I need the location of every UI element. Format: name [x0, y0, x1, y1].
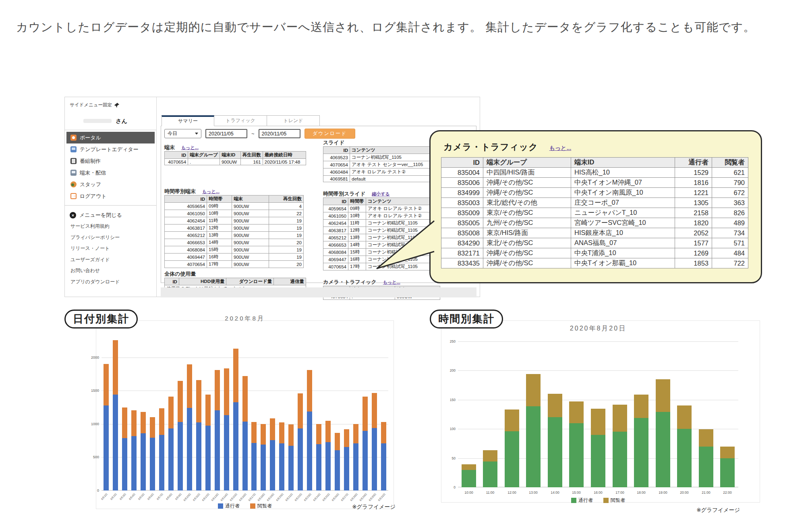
hourly-devices-table: ID時間帯端末再生回数405965409時900UW4406105010時900…	[164, 195, 306, 268]
table-row: 4070654.900UW1612020/11/05 17:48	[165, 159, 306, 165]
bar-segment	[196, 380, 201, 422]
bar-segment	[131, 410, 137, 436]
y-axis-tick-label: 150	[440, 398, 456, 402]
table-cell: 1269	[675, 248, 712, 258]
bar-segment	[613, 432, 627, 487]
table-cell: 621	[712, 168, 748, 178]
devices-more-link[interactable]: もっと...	[181, 145, 199, 151]
column-header: ID	[441, 158, 483, 168]
bar-segment	[104, 364, 109, 405]
sidebar-item-logout[interactable]: ログアウト	[66, 190, 155, 202]
sidebar-pin-toggle[interactable]: サイドメニュー固定	[70, 102, 152, 108]
table-cell: 10時	[348, 212, 366, 220]
legend-label: 通行者	[578, 497, 593, 504]
table-cell: 4069447	[165, 254, 207, 261]
bar-segment	[168, 397, 174, 428]
tab-trend[interactable]: トレンド	[267, 115, 320, 126]
sidebar-link-contact[interactable]: お問い合わせ	[65, 265, 156, 276]
table-row: 406944716時900UW19	[165, 254, 304, 261]
table-cell: 4069581	[323, 176, 350, 182]
bar-segment	[526, 374, 541, 406]
table-row: 834999沖縄/その他/SC中央Tイオン南風原_101221672	[441, 188, 748, 198]
table-header-row: ID時間帯コンテンツスラ	[323, 198, 443, 205]
table-header-row: ID端末グループ端末ID通行者閲覧者	[441, 158, 748, 168]
date-range-tilde: ~	[251, 131, 255, 137]
bar-segment	[720, 447, 735, 458]
legend-swatch	[603, 498, 609, 503]
column-header: 端末	[232, 195, 269, 203]
sidebar-item-label: 端末・配信	[80, 169, 106, 177]
sidebar: サイドメニュー固定 さん ポータル テンプレートエディター	[65, 97, 157, 297]
sidebar-link-app-download[interactable]: アプリのダウンロード	[65, 276, 156, 288]
x-axis-tick-label: 20:00	[675, 491, 694, 495]
table-cell: 19	[269, 246, 304, 254]
hourly-devices-more-link[interactable]: もっと...	[202, 189, 220, 195]
table-cell: 790	[712, 178, 748, 188]
legend-item: 閲覧者	[603, 497, 625, 504]
sidebar-link-release-notes[interactable]: リリース・ノート	[65, 243, 156, 254]
table-cell: 833435	[441, 258, 483, 268]
table-cell: .	[188, 159, 220, 165]
table-cell: 11時	[348, 220, 366, 227]
sidebar-item-program-production[interactable]: 番組制作	[66, 155, 155, 167]
hourly-slides-shrink-link[interactable]: 縮小する	[372, 191, 390, 197]
column-header: 時間帯	[348, 198, 366, 205]
sidebar-link-users-guide[interactable]: ユーザーズガイド	[65, 254, 156, 266]
callout-more-link[interactable]: もっと...	[549, 145, 572, 152]
bar-segment	[335, 450, 340, 491]
bar-segment	[187, 408, 192, 491]
bar-segment	[462, 464, 476, 470]
column-header: 通信量	[274, 278, 306, 285]
bar-segment	[205, 395, 211, 426]
date-to-input[interactable]: 2020/11/05	[259, 129, 300, 138]
bar-segment	[113, 395, 118, 491]
daily-badge: 日付別集計	[64, 310, 138, 328]
period-select[interactable]: 今日	[164, 129, 201, 138]
bar-segment	[205, 426, 211, 491]
sidebar-item-template-editor[interactable]: テンプレートエディター	[66, 143, 155, 155]
table-cell: 834290	[441, 238, 483, 248]
sidebar-link-terms[interactable]: サービス利用規約	[65, 221, 156, 232]
sidebar-link-privacy[interactable]: プライバシーポリシー	[65, 232, 156, 243]
table-cell: 中央Tイオン那覇_10	[571, 258, 675, 268]
table-cell: 東北/その他/SC	[483, 238, 571, 248]
column-header: ID	[165, 278, 179, 285]
tab-summary[interactable]: サマリー	[162, 115, 214, 126]
bar-segment	[159, 435, 164, 491]
sidebar-item-staff[interactable]: スタッフ	[66, 179, 155, 190]
table-cell: 835009	[441, 208, 483, 218]
table-cell: 九州/その他/SC	[483, 218, 571, 228]
camera-traffic-callout: カメラ・トラフィック もっと... ID端末グループ端末ID通行者閲覧者8350…	[429, 130, 762, 283]
date-from-input[interactable]: 2020/11/05	[205, 129, 247, 138]
table-cell: HIS銀座本店_10	[571, 228, 675, 238]
sidebar-item-device-distribution[interactable]: 端末・配信	[66, 167, 155, 179]
table-cell: 19	[269, 254, 304, 261]
table-cell: 4069447	[323, 256, 348, 263]
table-cell: 4061050	[165, 210, 207, 217]
camera-traffic-more-link[interactable]: もっと...	[383, 279, 400, 285]
column-header: 閲覧者	[712, 158, 748, 168]
download-button[interactable]: ダウンロード	[304, 129, 355, 139]
bar-segment	[298, 428, 303, 491]
sidebar-divider	[65, 130, 156, 130]
bar-segment	[335, 433, 340, 450]
table-row: 832171沖縄/その他/SC中央T浦添_101269484	[441, 248, 748, 258]
tab-traffic[interactable]: トラフィック	[214, 115, 267, 126]
bar-segment	[372, 428, 377, 491]
x-axis-tick-label: 19:00	[653, 491, 673, 495]
close-menu-button[interactable]: × メニューを閉じる	[70, 210, 156, 221]
table-cell: 489	[712, 218, 748, 228]
legend-item: 通行者	[218, 503, 240, 509]
table-cell: 4065212	[165, 232, 207, 239]
sidebar-item-portal[interactable]: ポータル	[66, 132, 155, 143]
daily-chart-title: 2020年8月	[102, 315, 388, 322]
column-header: 時間帯	[207, 195, 232, 203]
table-row: 406521213時900UW19	[165, 232, 304, 239]
table-cell: 1529	[675, 168, 712, 178]
column-header: 最終接続日時	[263, 152, 306, 159]
table-cell: 19	[269, 232, 304, 239]
plot-area: 05010015020025010:0011:0012:0013:0014:00…	[458, 341, 738, 487]
table-cell: 1305	[675, 198, 712, 208]
table-cell: 庄交コーポ_07	[571, 198, 675, 208]
x-axis-tick-label: 22:00	[718, 491, 737, 495]
